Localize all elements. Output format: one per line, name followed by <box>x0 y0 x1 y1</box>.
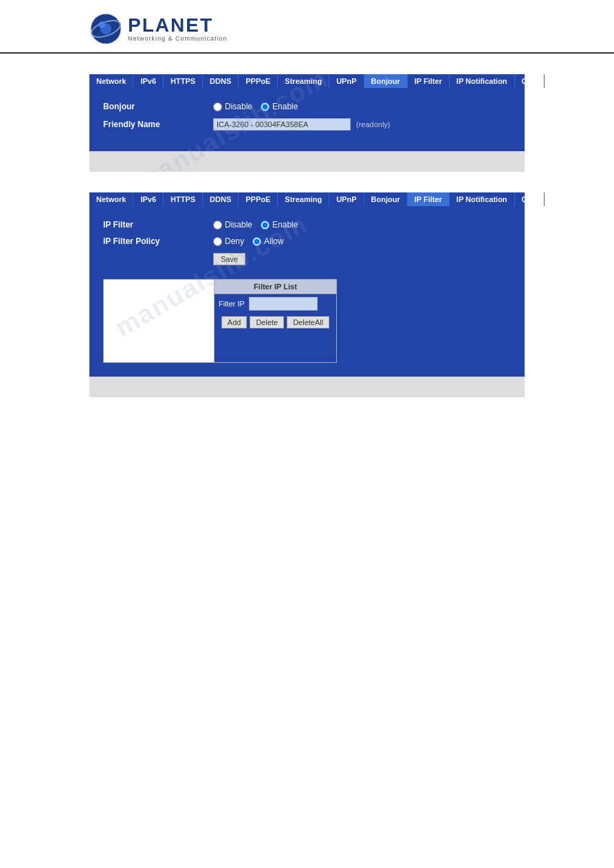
ipfilter-footer-bar <box>89 377 525 397</box>
bonjour-disable-label: Disable <box>225 102 252 111</box>
bonjour-section: manualslib.com Network IPv6 HTTPS DDNS P… <box>0 74 614 172</box>
ipfilter-deny-label: Deny <box>225 236 244 246</box>
filter-ip-label: Filter IP <box>219 300 245 308</box>
ipfilter-panel: IP Filter Disable Enable IP Filter Polic… <box>89 206 525 377</box>
bonjour-disable-option[interactable]: Disable <box>213 102 252 111</box>
ipfilter-deny-option[interactable]: Deny <box>213 236 244 246</box>
ipfilter-nav-tabs: Network IPv6 HTTPS DDNS PPPoE Streaming … <box>89 192 525 206</box>
tab-upnp-1[interactable]: UPnP <box>329 74 364 88</box>
delete-button[interactable]: Delete <box>250 316 284 329</box>
tab-network-1[interactable]: Network <box>89 74 133 88</box>
tab-bonjour-2[interactable]: Bonjour <box>364 192 408 206</box>
tab-https-1[interactable]: HTTPS <box>164 74 203 88</box>
add-button[interactable]: Add <box>221 316 248 329</box>
filter-ip-input-row: Filter IP <box>215 294 336 313</box>
ipfilter-policy-label: IP Filter Policy <box>103 236 213 246</box>
brand-subtitle: Networking & Communication <box>128 35 228 42</box>
filter-btn-row: Add Delete DeleteAll <box>215 313 336 331</box>
filter-ip-input[interactable] <box>249 297 318 311</box>
filter-container-wrapper: Filter IP List Filter IP Add Delete Dele… <box>103 279 511 363</box>
ipfilter-policy-row: IP Filter Policy Deny Allow <box>103 236 511 246</box>
tab-ddns-2[interactable]: DDNS <box>203 192 239 206</box>
bonjour-label: Bonjour <box>103 102 213 111</box>
tab-pppoe-2[interactable]: PPPoE <box>239 192 278 206</box>
save-button[interactable]: Save <box>213 253 245 265</box>
bonjour-nav-tabs: Network IPv6 HTTPS DDNS PPPoE Streaming … <box>89 74 525 88</box>
ipfilter-allow-option[interactable]: Allow <box>252 236 284 246</box>
ipfilter-allow-radio[interactable] <box>252 237 261 246</box>
logo-area: PLANET Networking & Communication <box>89 12 525 45</box>
ipfilter-radio-group: Disable Enable <box>213 220 298 230</box>
bonjour-enable-radio[interactable] <box>261 102 270 111</box>
tab-ipfilter-1[interactable]: IP Filter <box>408 74 450 88</box>
bonjour-footer-bar <box>89 151 525 172</box>
friendly-name-input[interactable] <box>213 118 351 131</box>
header: PLANET Networking & Communication <box>0 0 614 54</box>
tab-ipnotification-2[interactable]: IP Notification <box>450 192 515 206</box>
bonjour-disable-radio[interactable] <box>213 102 222 111</box>
filter-controls-area: Filter IP List Filter IP Add Delete Dele… <box>214 280 336 362</box>
bonjour-panel: Bonjour Disable Enable Friendly Name (re… <box>89 88 525 151</box>
tab-ipfilter-2[interactable]: IP Filter <box>408 192 450 206</box>
ipfilter-disable-option[interactable]: Disable <box>213 220 252 230</box>
ipfilter-allow-label: Allow <box>264 236 284 246</box>
ipfilter-policy-radio-group: Deny Allow <box>213 236 284 246</box>
ipfilter-disable-label: Disable <box>225 220 252 230</box>
bonjour-radio-group: Disable Enable <box>213 102 298 111</box>
tab-network-2[interactable]: Network <box>89 192 133 206</box>
delete-all-button[interactable]: DeleteAll <box>287 316 329 329</box>
filter-container: Filter IP List Filter IP Add Delete Dele… <box>103 279 337 363</box>
tab-upnp-2[interactable]: UPnP <box>329 192 364 206</box>
ipfilter-disable-radio[interactable] <box>213 221 222 230</box>
ipfilter-section: manualslib.com Network IPv6 HTTPS DDNS P… <box>0 192 614 397</box>
tab-streaming-1[interactable]: Streaming <box>278 74 329 88</box>
tab-ipv6-2[interactable]: IPv6 <box>133 192 164 206</box>
readonly-label: (readonly) <box>356 120 391 129</box>
planet-logo-icon <box>89 12 122 45</box>
ipfilter-row: IP Filter Disable Enable <box>103 220 511 230</box>
svg-point-3 <box>98 21 105 28</box>
ipfilter-enable-option[interactable]: Enable <box>261 220 298 230</box>
bonjour-enable-option[interactable]: Enable <box>261 102 298 111</box>
filter-ip-list-header: Filter IP List <box>215 280 336 294</box>
ipfilter-label: IP Filter <box>103 220 213 230</box>
friendly-name-row: Friendly Name (readonly) <box>103 118 511 131</box>
tab-qos-2[interactable]: QoS <box>515 192 545 206</box>
tab-https-2[interactable]: HTTPS <box>164 192 203 206</box>
tab-ipnotification-1[interactable]: IP Notification <box>450 74 515 88</box>
tab-pppoe-1[interactable]: PPPoE <box>239 74 278 88</box>
bonjour-enable-label: Enable <box>272 102 298 111</box>
tab-qos-1[interactable]: QoS <box>515 74 545 88</box>
bonjour-row: Bonjour Disable Enable <box>103 102 511 111</box>
ipfilter-enable-radio[interactable] <box>261 221 270 230</box>
ipfilter-enable-label: Enable <box>272 220 298 230</box>
friendly-name-label: Friendly Name <box>103 120 213 129</box>
filter-list-area <box>104 280 214 362</box>
tab-streaming-2[interactable]: Streaming <box>278 192 329 206</box>
tab-bonjour-1[interactable]: Bonjour <box>364 74 408 88</box>
brand-name: PLANET <box>128 16 228 35</box>
tab-ddns-1[interactable]: DDNS <box>203 74 239 88</box>
ipfilter-deny-radio[interactable] <box>213 237 222 246</box>
save-row: Save <box>103 253 511 265</box>
tab-ipv6-1[interactable]: IPv6 <box>133 74 164 88</box>
logo-text-area: PLANET Networking & Communication <box>128 16 228 42</box>
